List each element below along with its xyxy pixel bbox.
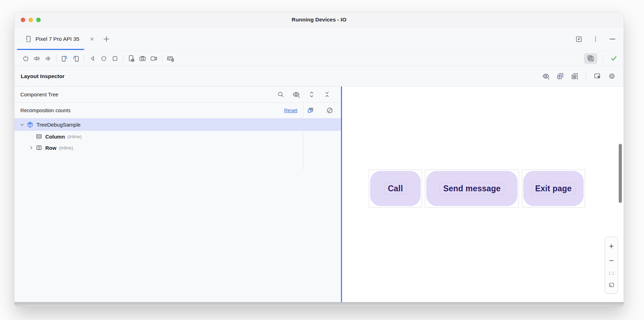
zoom-in-button[interactable]: +	[609, 242, 614, 250]
chevron-right-icon[interactable]	[28, 145, 35, 151]
tab-label: Pixel 7 Pro API 35	[35, 36, 79, 42]
overview-icon[interactable]	[109, 53, 120, 64]
more-options-icon[interactable]	[590, 34, 601, 44]
desktop-background: Running Devices - IO Pixel 7 Pro API 35	[0, 0, 644, 320]
screenshot-camera-icon[interactable]	[137, 53, 148, 64]
tree-node-label: Column	[45, 134, 65, 140]
compose-node-icon	[26, 121, 34, 128]
toolbar-separator	[123, 55, 123, 62]
home-icon[interactable]	[98, 53, 109, 64]
recomposition-tools	[305, 105, 335, 116]
toolbar-right-actions	[584, 53, 619, 64]
hardware-input-icon[interactable]	[165, 53, 176, 64]
power-icon[interactable]	[20, 53, 31, 64]
export-snapshot-icon[interactable]	[554, 71, 566, 82]
window-bottom-edge	[14, 302, 624, 307]
toolbar-separator	[603, 55, 603, 62]
recomposition-counts-label: Recomposition counts	[20, 108, 71, 113]
back-icon[interactable]	[87, 53, 98, 64]
rotate-left-icon[interactable]	[59, 53, 70, 64]
window-title: Running Devices - IO	[14, 17, 624, 23]
inspector-content: Component Tree	[14, 87, 624, 302]
component-tree: TreeDebugSample Column (inline)	[14, 119, 341, 153]
traffic-lights	[21, 18, 41, 22]
visibility-filter-icon[interactable]	[290, 89, 302, 100]
row-layout-icon	[35, 144, 42, 151]
ready-check-icon	[608, 53, 619, 64]
layer-options-icon[interactable]	[569, 71, 580, 82]
tab-pixel-7-pro[interactable]: Pixel 7 Pro API 35	[17, 27, 84, 51]
hide-panel-icon[interactable]	[607, 34, 618, 44]
view-options-icon[interactable]	[540, 71, 551, 82]
clear-counts-icon[interactable]	[324, 105, 335, 116]
toolbar-separator	[84, 55, 84, 62]
call-button[interactable]: Call	[370, 171, 421, 206]
expand-all-icon[interactable]	[306, 89, 317, 100]
exit-page-button-label: Exit page	[532, 183, 575, 195]
component-tree-label: Component Tree	[20, 92, 58, 97]
add-tab-button[interactable]	[103, 35, 110, 43]
device-phone-icon	[25, 35, 32, 43]
search-icon[interactable]	[275, 89, 286, 100]
device-toolbar	[14, 51, 624, 66]
column-layout-icon	[35, 133, 42, 140]
device-screen-panel: Call Send message Exit page	[342, 87, 624, 302]
volume-down-icon[interactable]	[42, 53, 54, 64]
zoom-actual-size-button[interactable]: 1:1	[608, 270, 615, 276]
toolbar-separator	[162, 55, 162, 62]
tab-bar: Pixel 7 Pro API 35	[14, 27, 624, 51]
select-component-icon[interactable]	[592, 71, 603, 82]
reset-counts-link[interactable]: Reset	[284, 108, 297, 113]
call-button-label: Call	[385, 183, 407, 195]
rotate-right-icon[interactable]	[70, 53, 81, 64]
dock-window-icon[interactable]	[573, 34, 584, 44]
exit-page-button[interactable]: Exit page	[523, 171, 584, 206]
component-tree-header: Component Tree	[14, 87, 341, 103]
zoom-controls: + − 1:1	[605, 237, 618, 294]
volume-up-icon[interactable]	[31, 53, 42, 64]
tree-row-treedebugsample[interactable]: TreeDebugSample	[14, 119, 341, 131]
toolbar-separator	[586, 72, 586, 80]
layout-inspector-actions	[540, 71, 617, 82]
zoom-out-button[interactable]: −	[609, 256, 614, 265]
component-tree-panel: Component Tree	[14, 87, 341, 302]
minimize-window-button[interactable]	[28, 18, 33, 22]
close-window-button[interactable]	[21, 18, 25, 22]
vertical-scrollbar-thumb[interactable]	[619, 144, 622, 203]
highlight-recompositions-icon[interactable]	[305, 105, 316, 116]
layout-bounds-box: Exit page	[522, 169, 585, 207]
close-tab-icon[interactable]	[89, 36, 95, 42]
settings-gear-icon[interactable]	[606, 71, 617, 82]
component-tree-tools	[275, 89, 333, 100]
running-devices-window: Running Devices - IO Pixel 7 Pro API 35	[14, 12, 624, 307]
active-tab-indicator	[17, 49, 84, 50]
send-message-button-label: Send message	[440, 183, 504, 195]
tree-node-label: Row	[45, 145, 57, 151]
device-settings-icon[interactable]	[126, 53, 137, 64]
zoom-fit-icon[interactable]	[608, 282, 615, 288]
tree-node-label: TreeDebugSample	[37, 122, 80, 128]
chevron-down-icon[interactable]	[19, 122, 26, 128]
recomposition-counts-bar: Recomposition counts Reset	[14, 103, 341, 119]
device-button-row: Call Send message Exit page	[369, 169, 585, 207]
zoom-window-button[interactable]	[36, 18, 41, 22]
tab-bar-actions	[573, 34, 618, 44]
title-bar: Running Devices - IO	[14, 12, 624, 27]
layout-inspector-title: Layout Inspector	[21, 73, 65, 79]
tree-node-suffix: (inline)	[59, 145, 73, 151]
layout-bounds-box: Send message	[425, 169, 519, 207]
layout-bounds-box: Call	[369, 169, 422, 207]
tree-row-column[interactable]: Column (inline)	[14, 131, 341, 142]
record-screen-icon[interactable]	[148, 53, 159, 64]
layout-inspector-header: Layout Inspector	[14, 66, 624, 87]
toolbar-separator	[56, 55, 57, 62]
send-message-button[interactable]: Send message	[426, 171, 518, 206]
collapse-all-icon[interactable]	[321, 89, 333, 100]
layout-inspector-toggle-button[interactable]	[584, 53, 597, 64]
tree-row-row[interactable]: Row (inline)	[14, 142, 341, 153]
tree-node-suffix: (inline)	[67, 134, 82, 139]
